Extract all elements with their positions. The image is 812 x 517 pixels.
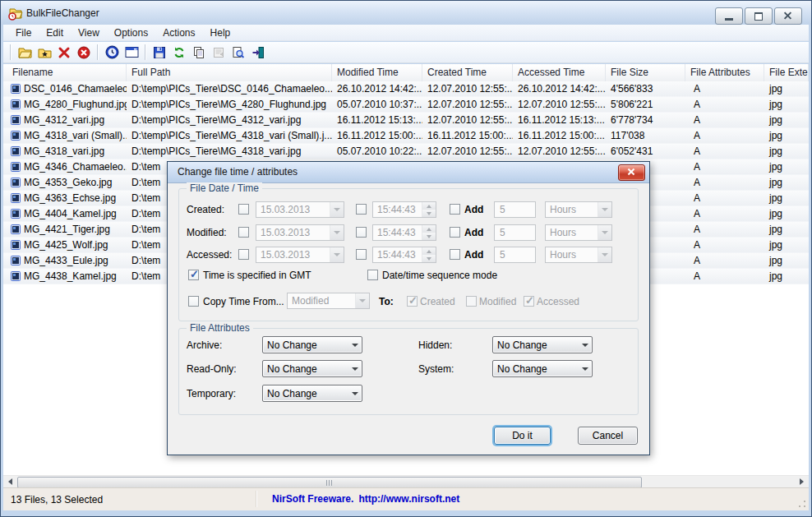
accessed-cell: 16.11.2012 15:00:... (513, 130, 606, 141)
save-icon[interactable] (150, 44, 169, 62)
column-header-accessed[interactable]: Accessed Time (513, 64, 606, 81)
column-header-fullpath[interactable]: Full Path (127, 64, 332, 81)
properties-window-icon[interactable] (122, 44, 141, 62)
modified-date-combo[interactable]: 15.03.2013 (256, 224, 344, 241)
column-header-attributes[interactable]: File Attributes (685, 64, 764, 81)
change-time-icon[interactable] (102, 44, 122, 62)
modified-date-checkbox[interactable] (238, 227, 249, 238)
close-icon[interactable] (774, 7, 802, 25)
file-properties-icon[interactable] (209, 44, 228, 62)
filename-cell: MG_4318_vari (Small).... (24, 130, 127, 141)
chevron-down-icon (348, 385, 362, 401)
modified-add-unit-combo[interactable]: Hours (545, 224, 612, 241)
title-bar[interactable]: BulkFileChanger (1, 1, 811, 25)
horizontal-scrollbar[interactable] (3, 475, 809, 487)
nirsoft-link[interactable]: http://www.nirsoft.net (358, 493, 459, 505)
created-time-spinner[interactable]: 15:44:43 (372, 201, 436, 218)
created-add-checkbox[interactable] (450, 204, 460, 215)
column-header-filename[interactable]: Filename (3, 64, 127, 81)
column-header-created[interactable]: Created Time (422, 64, 513, 81)
menu-view[interactable]: View (71, 25, 107, 40)
created-add-unit-combo[interactable]: Hours (545, 201, 612, 218)
archive-combo[interactable]: No Change (262, 336, 362, 353)
created-date-checkbox[interactable] (238, 204, 249, 215)
filename-cell: DSC_0146_Chamaeleo... (24, 83, 127, 95)
menu-edit[interactable]: Edit (39, 25, 71, 40)
dialog-title-bar[interactable]: Change file time / attributes (168, 162, 649, 183)
accessed-add-label: Add (464, 249, 483, 261)
modified-add-checkbox[interactable] (450, 227, 460, 238)
maximize-icon[interactable] (745, 7, 773, 25)
accessed-date-checkbox[interactable] (238, 249, 249, 260)
menu-file[interactable]: File (8, 25, 39, 40)
column-header-size[interactable]: File Size (606, 64, 685, 81)
exit-icon[interactable] (248, 44, 268, 62)
menu-help[interactable]: Help (203, 25, 238, 40)
accessed-time-spinner[interactable]: 15:44:43 (372, 247, 436, 263)
gmt-checkbox[interactable] (188, 270, 199, 280)
filename-cell: MG_4346_Chamaeleo... (24, 161, 127, 173)
table-row[interactable]: MG_4280_Flughund.jpg D:\temp\PICs_Tiere\… (3, 97, 809, 113)
spin-down-icon[interactable] (422, 210, 436, 217)
cancel-button[interactable]: Cancel (578, 427, 638, 445)
accessed-add-unit-combo[interactable]: Hours (545, 247, 612, 263)
created-cell: 16.11.2012 15:00:... (422, 130, 513, 141)
copy-to-modified-checkbox[interactable] (466, 296, 477, 307)
image-file-icon (11, 115, 21, 125)
column-header-extension[interactable]: File Exten (764, 64, 809, 81)
scrollbar-thumb[interactable] (17, 477, 642, 488)
created-date-combo[interactable]: 15.03.2013 (256, 201, 344, 218)
copy-time-from-checkbox[interactable] (188, 296, 199, 307)
hidden-combo[interactable]: No Change (492, 336, 593, 353)
add-folder-icon[interactable] (35, 44, 54, 62)
spin-down-icon[interactable] (422, 255, 436, 262)
temporary-combo[interactable]: No Change (262, 385, 362, 402)
accessed-add-amount[interactable]: 5 (494, 247, 536, 263)
scroll-left-icon[interactable] (3, 476, 17, 487)
find-icon[interactable] (228, 44, 248, 62)
clear-list-icon[interactable] (74, 44, 94, 62)
scroll-right-icon[interactable] (795, 476, 809, 487)
modified-time-spinner[interactable]: 15:44:43 (372, 224, 436, 241)
column-header-modified[interactable]: Modified Time (332, 64, 422, 81)
copy-icon[interactable] (189, 44, 209, 62)
created-add-amount[interactable]: 5 (494, 201, 536, 218)
attributes-cell: A (685, 99, 764, 110)
spin-up-icon[interactable] (422, 247, 436, 255)
image-file-icon (11, 99, 21, 109)
resize-grip-icon[interactable] (798, 500, 806, 508)
copy-to-created-checkbox[interactable] (407, 296, 418, 307)
extension-cell: jpg (764, 208, 809, 219)
table-row[interactable]: MG_4312_vari.jpg D:\temp\PICs_Tiere\MG_4… (3, 113, 809, 128)
spin-up-icon[interactable] (422, 225, 436, 233)
menu-options[interactable]: Options (107, 25, 155, 40)
table-row[interactable]: DSC_0146_Chamaeleo... D:\temp\PICs_Tiere… (3, 81, 809, 97)
spin-up-icon[interactable] (422, 202, 436, 210)
created-time-checkbox[interactable] (356, 204, 367, 215)
sequence-mode-checkbox[interactable] (367, 270, 378, 280)
spin-down-icon[interactable] (422, 233, 436, 240)
size-cell: 6'052'431 (606, 145, 685, 157)
minimize-icon[interactable] (715, 7, 743, 25)
attributes-cell: A (685, 83, 764, 95)
copy-source-combo[interactable]: Modified (287, 293, 370, 309)
accessed-date-combo[interactable]: 15.03.2013 (256, 247, 344, 263)
remove-file-icon[interactable] (54, 44, 74, 62)
table-row[interactable]: MG_4318_vari (Small).... D:\temp\PICs_Ti… (3, 128, 809, 144)
filename-cell: MG_4353_Geko.jpg (24, 177, 112, 188)
table-row[interactable]: MG_4318_vari.jpg D:\temp\PICs_Tiere\MG_4… (3, 144, 809, 159)
open-files-icon[interactable] (15, 44, 35, 62)
do-it-button[interactable]: Do it (494, 427, 551, 445)
modified-time-checkbox[interactable] (356, 227, 367, 238)
menu-actions[interactable]: Actions (155, 25, 202, 40)
readonly-combo[interactable]: No Change (262, 360, 362, 377)
accessed-time-checkbox[interactable] (356, 249, 367, 260)
dialog-close-icon[interactable] (618, 164, 645, 181)
copy-to-accessed-checkbox[interactable] (524, 296, 534, 307)
modified-add-amount[interactable]: 5 (494, 224, 536, 241)
system-combo[interactable]: No Change (492, 360, 593, 377)
chevron-down-icon (597, 225, 611, 240)
accessed-add-checkbox[interactable] (450, 249, 460, 260)
extension-cell: jpg (764, 192, 809, 204)
refresh-icon[interactable] (169, 44, 189, 62)
